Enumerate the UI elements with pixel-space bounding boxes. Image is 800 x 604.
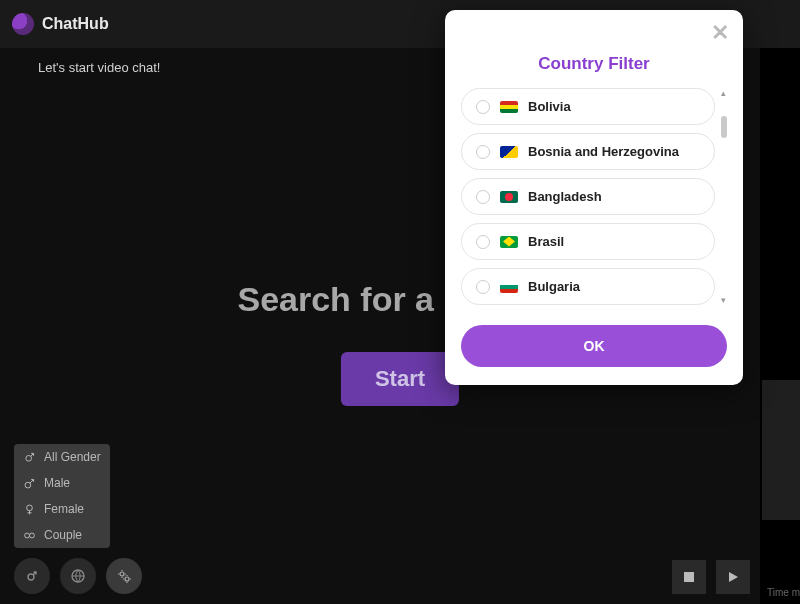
country-option-bosnia[interactable]: Bosnia and Herzegovina xyxy=(461,133,715,170)
flag-icon xyxy=(500,281,518,293)
svg-point-0 xyxy=(25,455,31,461)
male-icon xyxy=(22,476,36,490)
scrollbar[interactable]: ▴ ▾ xyxy=(719,88,727,305)
globe-icon xyxy=(12,13,34,35)
country-filter-modal: ✕ Country Filter Bolivia Bosnia and Herz… xyxy=(445,10,743,385)
country-label: Bangladesh xyxy=(528,189,602,204)
gender-label: Female xyxy=(44,502,84,516)
radio-unchecked-icon xyxy=(476,100,490,114)
country-option-bolivia[interactable]: Bolivia xyxy=(461,88,715,125)
gender-label: All Gender xyxy=(44,450,101,464)
play-icon xyxy=(726,570,740,584)
app-name: ChatHub xyxy=(42,15,109,33)
globe-icon xyxy=(70,568,86,584)
app-logo[interactable]: ChatHub xyxy=(12,13,109,35)
country-label: Bulgaria xyxy=(528,279,580,294)
scroll-down-icon[interactable]: ▾ xyxy=(719,295,727,305)
flag-icon xyxy=(500,146,518,158)
ok-button[interactable]: OK xyxy=(461,325,727,367)
country-label: Bosnia and Herzegovina xyxy=(528,144,679,159)
gender-item-all[interactable]: All Gender xyxy=(22,450,102,464)
scroll-up-icon[interactable]: ▴ xyxy=(719,88,727,98)
side-strip xyxy=(760,48,800,604)
female-icon xyxy=(22,502,36,516)
flag-icon xyxy=(500,236,518,248)
radio-unchecked-icon xyxy=(476,235,490,249)
intersex-icon xyxy=(22,450,36,464)
svg-point-2 xyxy=(26,505,32,511)
bottom-controls xyxy=(14,558,142,594)
gender-item-female[interactable]: Female xyxy=(22,502,102,516)
flag-icon xyxy=(500,191,518,203)
svg-point-3 xyxy=(24,533,29,538)
start-button[interactable]: Start xyxy=(341,352,459,406)
close-icon: ✕ xyxy=(711,20,729,45)
gender-item-male[interactable]: Male xyxy=(22,476,102,490)
couple-icon xyxy=(22,528,36,542)
country-option-bulgaria[interactable]: Bulgaria xyxy=(461,268,715,305)
svg-point-1 xyxy=(25,482,31,488)
gender-item-couple[interactable]: Couple xyxy=(22,528,102,542)
modal-title: Country Filter xyxy=(461,54,727,74)
radio-unchecked-icon xyxy=(476,280,490,294)
country-option-brasil[interactable]: Brasil xyxy=(461,223,715,260)
status-message: Let's start video chat! xyxy=(38,60,160,75)
country-label: Brasil xyxy=(528,234,564,249)
svg-point-8 xyxy=(125,577,129,581)
stop-button[interactable] xyxy=(672,560,706,594)
time-hint: Time m xyxy=(767,587,800,598)
gears-icon xyxy=(116,568,132,584)
gender-menu: All Gender Male Female Couple xyxy=(14,444,110,548)
radio-unchecked-icon xyxy=(476,190,490,204)
stop-icon xyxy=(682,570,696,584)
scroll-thumb[interactable] xyxy=(721,116,727,138)
close-button[interactable]: ✕ xyxy=(711,20,729,46)
side-panel xyxy=(762,380,800,520)
gender-label: Couple xyxy=(44,528,82,542)
gender-label: Male xyxy=(44,476,70,490)
svg-point-4 xyxy=(29,533,34,538)
country-list: Bolivia Bosnia and Herzegovina Banglades… xyxy=(461,88,727,305)
gender-filter-button[interactable] xyxy=(14,558,50,594)
svg-point-7 xyxy=(120,572,124,576)
settings-button[interactable] xyxy=(106,558,142,594)
intersex-icon xyxy=(24,568,40,584)
country-label: Bolivia xyxy=(528,99,571,114)
play-button[interactable] xyxy=(716,560,750,594)
flag-icon xyxy=(500,101,518,113)
radio-unchecked-icon xyxy=(476,145,490,159)
player-controls xyxy=(672,560,750,594)
country-option-bangladesh[interactable]: Bangladesh xyxy=(461,178,715,215)
country-filter-button[interactable] xyxy=(60,558,96,594)
svg-rect-9 xyxy=(684,572,694,582)
